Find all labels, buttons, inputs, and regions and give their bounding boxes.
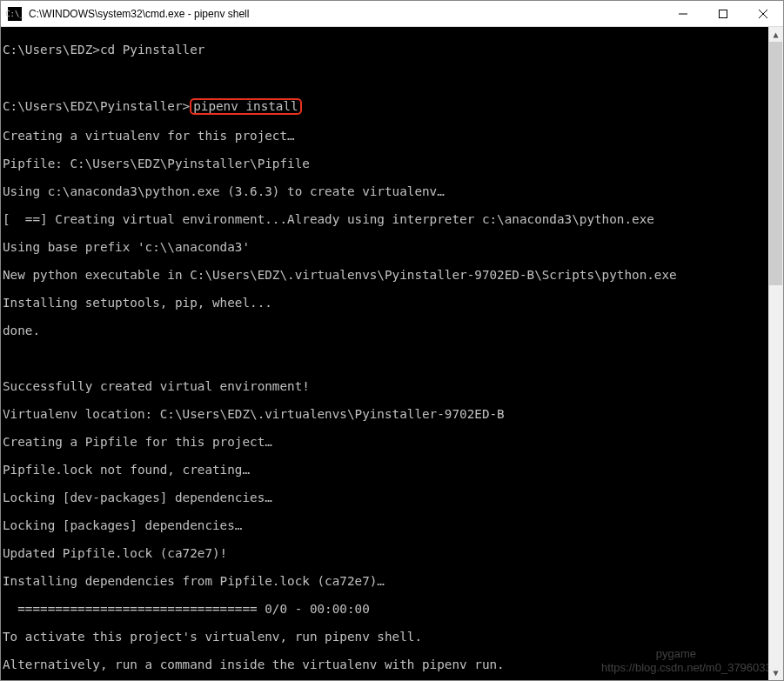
scroll-down-icon[interactable]: ▼ bbox=[768, 665, 783, 680]
terminal-line: Using c:\anaconda3\python.exe (3.6.3) to… bbox=[3, 184, 783, 198]
terminal-line: New python executable in C:\Users\EDZ\.v… bbox=[3, 268, 783, 282]
minimize-button[interactable] bbox=[663, 1, 703, 26]
terminal-line bbox=[3, 70, 783, 84]
close-icon bbox=[759, 10, 767, 18]
maximize-button[interactable] bbox=[703, 1, 743, 26]
maximize-icon bbox=[719, 10, 727, 18]
window-controls bbox=[663, 1, 783, 26]
terminal-line bbox=[3, 351, 783, 365]
titlebar[interactable]: C:\_ C:\WINDOWS\system32\cmd.exe - pipen… bbox=[1, 1, 783, 27]
cmd-icon: C:\_ bbox=[8, 7, 22, 21]
terminal-line: C:\Users\EDZ>cd Pyinstaller bbox=[3, 43, 783, 57]
terminal-line: To activate this project's virtualenv, r… bbox=[3, 630, 783, 644]
terminal-line: Successfully created virtual environment… bbox=[3, 379, 783, 393]
terminal-content[interactable]: C:\Users\EDZ>cd Pyinstaller C:\Users\EDZ… bbox=[1, 27, 783, 680]
terminal-line: ================================ 0/0 - 0… bbox=[3, 602, 783, 616]
terminal-line: Using base prefix 'c:\\anaconda3' bbox=[3, 240, 783, 254]
terminal-line: [ ==] Creating virtual environment...Alr… bbox=[3, 212, 783, 226]
watermark-text: pygame bbox=[656, 647, 696, 661]
terminal-line: Pipfile: C:\Users\EDZ\Pyinstaller\Pipfil… bbox=[3, 157, 783, 170]
prompt: C:\Users\EDZ> bbox=[3, 43, 100, 57]
close-button[interactable] bbox=[743, 1, 783, 26]
scrollbar[interactable]: ▲ ▼ bbox=[768, 27, 783, 680]
terminal-line: Locking [packages] dependencies… bbox=[3, 518, 783, 532]
highlighted-command: pipenv install bbox=[190, 98, 302, 115]
terminal-line: Updated Pipfile.lock (ca72e7)! bbox=[3, 546, 783, 560]
window-frame: C:\_ C:\WINDOWS\system32\cmd.exe - pipen… bbox=[0, 0, 784, 681]
terminal-line: C:\Users\EDZ\Pyinstaller>pipenv install bbox=[3, 98, 783, 115]
window-title: C:\WINDOWS\system32\cmd.exe - pipenv she… bbox=[29, 8, 663, 20]
minimize-icon bbox=[679, 10, 687, 18]
terminal-line: Installing setuptools, pip, wheel... bbox=[3, 296, 783, 310]
prompt: C:\Users\EDZ\Pyinstaller> bbox=[3, 99, 190, 113]
terminal-line: Virtualenv location: C:\Users\EDZ\.virtu… bbox=[3, 407, 783, 421]
terminal-line: Creating a Pipfile for this project… bbox=[3, 435, 783, 449]
terminal-line: done. bbox=[3, 324, 783, 337]
scroll-up-icon[interactable]: ▲ bbox=[768, 27, 783, 42]
svg-rect-1 bbox=[720, 10, 727, 17]
terminal-line: Locking [dev-packages] dependencies… bbox=[3, 491, 783, 504]
scroll-thumb[interactable] bbox=[769, 42, 782, 285]
terminal-line: Creating a virtualenv for this project… bbox=[3, 129, 783, 143]
watermark: https://blog.csdn.net/m0_37960338 bbox=[601, 661, 778, 675]
terminal-line: Installing dependencies from Pipfile.loc… bbox=[3, 574, 783, 588]
terminal-line: Pipfile.lock not found, creating… bbox=[3, 463, 783, 477]
command-text: cd Pyinstaller bbox=[100, 43, 205, 57]
